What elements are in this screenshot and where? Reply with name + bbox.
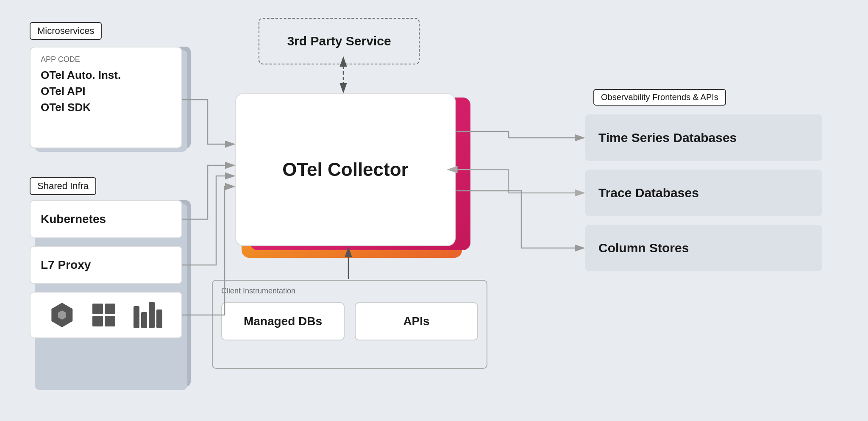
icons-card — [30, 292, 182, 338]
microservices-label: Microservices — [30, 22, 102, 40]
apis-card: APIs — [355, 302, 478, 340]
diagram: Microservices APP CODE OTel Auto. Inst. … — [0, 0, 868, 421]
column-stores-card: Column Stores — [585, 225, 822, 271]
client-instr-label: Client Instrumentation — [221, 287, 478, 296]
to-timeseries-arrow — [456, 131, 584, 138]
client-instrumentation-box: Client Instrumentation Managed DBs APIs — [212, 280, 487, 369]
kubernetes-card: Kubernetes — [30, 200, 182, 238]
app-code-label: APP CODE — [41, 55, 171, 64]
time-series-card: Time Series Databases — [585, 114, 822, 161]
managed-dbs-card: Managed DBs — [221, 302, 345, 340]
chip-icon — [50, 303, 74, 327]
client-instr-items: Managed DBs APIs — [221, 302, 478, 340]
otel-api: OTel API — [41, 84, 171, 99]
observability-label: Observability Frontends & APIs — [593, 89, 726, 106]
otel-sdk: OTel SDK — [41, 100, 171, 115]
trace-databases-card: Trace Databases — [585, 170, 822, 216]
shared-infra-label: Shared Infra — [30, 177, 96, 195]
to-trace-arrow — [456, 170, 584, 193]
to-column-arrow — [456, 191, 584, 248]
otel-collector-card: OTel Collector — [235, 93, 456, 246]
microservices-card: APP CODE OTel Auto. Inst. OTel API OTel … — [30, 47, 182, 148]
database-icon — [134, 302, 162, 328]
otel-auto-inst: OTel Auto. Inst. — [41, 68, 171, 83]
l7proxy-card: L7 Proxy — [30, 246, 182, 284]
windows-icon — [92, 304, 115, 326]
third-party-box: 3rd Party Service — [259, 18, 420, 64]
